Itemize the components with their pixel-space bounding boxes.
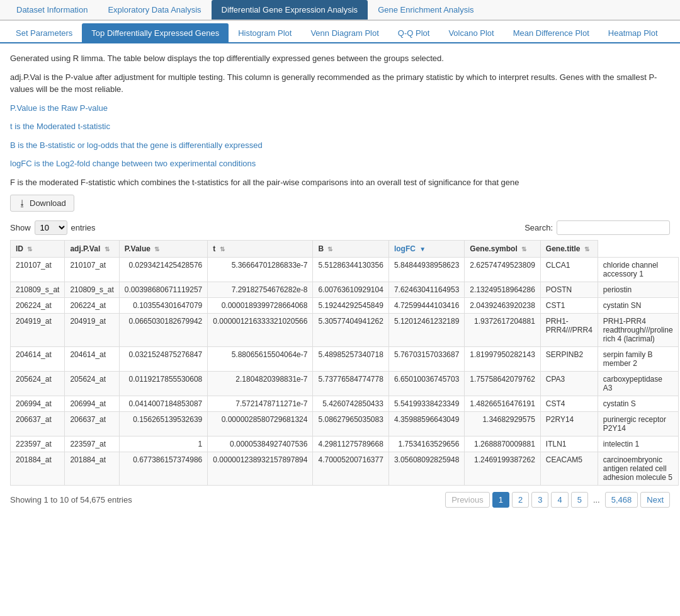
cell-logfc: 1.2688870009881 bbox=[465, 436, 540, 452]
cell-b: 5.54199338423349 bbox=[388, 396, 464, 412]
cell-rowlabel: 201884_at bbox=[11, 452, 65, 486]
cell-b: 6.65010036745703 bbox=[388, 372, 464, 396]
search-input[interactable] bbox=[557, 220, 670, 235]
table-row: 223597_at223597_at10.000053849274075364.… bbox=[11, 436, 679, 452]
cell-t: 4.70005200716377 bbox=[313, 452, 388, 486]
cell-id: 206637_at bbox=[65, 412, 119, 436]
cell-rowlabel: 206994_at bbox=[11, 396, 65, 412]
cell-b: 4.35988596643049 bbox=[388, 412, 464, 436]
prev-button[interactable]: Previous bbox=[445, 492, 490, 508]
top-nav-tab-differential-gene-expression-analysis[interactable]: Differential Gene Expression Analysis bbox=[212, 0, 368, 20]
cell-p_value: 2.1804820398831e-7 bbox=[208, 372, 313, 396]
cell-gene_symbol: P2RY14 bbox=[540, 412, 598, 436]
col-header-t[interactable]: t ⇅ bbox=[208, 241, 313, 258]
cell-b: 3.05608092825948 bbox=[388, 452, 464, 486]
sub-nav-tab-heatmap-plot[interactable]: Heatmap Plot bbox=[599, 23, 667, 42]
cell-b: 5.12012461232189 bbox=[388, 314, 464, 347]
cell-adj_p.val: 0.0665030182679942 bbox=[119, 314, 207, 347]
next-button[interactable]: Next bbox=[640, 492, 670, 508]
cell-logfc: 1.9372617204881 bbox=[465, 314, 540, 347]
cell-t: 5.4260742850433 bbox=[313, 396, 388, 412]
top-nav-tab-dataset-information[interactable]: Dataset Information bbox=[6, 0, 98, 20]
cell-logfc: 1.48266516476191 bbox=[465, 396, 540, 412]
sub-nav-tab-histogram-plot[interactable]: Histogram Plot bbox=[229, 23, 301, 42]
cell-id: 205624_at bbox=[65, 372, 119, 396]
cell-adj_p.val: 0.677386157374986 bbox=[119, 452, 207, 486]
page-5-button[interactable]: 5 bbox=[571, 492, 588, 508]
sort-icon-genetitle: ⇅ bbox=[584, 246, 589, 253]
sub-nav-tab-top-differentially-expressed-genes[interactable]: Top Differentially Expressed Genes bbox=[82, 23, 229, 42]
cell-p_value: 7.5721478711271e-7 bbox=[208, 396, 313, 412]
cell-adj_p.val: 0.0119217855530608 bbox=[119, 372, 207, 396]
show-label: Show bbox=[10, 223, 31, 232]
col-header-logfc[interactable]: logFC ▼ bbox=[388, 241, 464, 258]
pagination-info: Showing 1 to 10 of 54,675 entries bbox=[10, 495, 132, 505]
description-section: Generated using R limma. The table below… bbox=[10, 52, 670, 188]
sub-nav-tab-volcano-plot[interactable]: Volcano Plot bbox=[439, 23, 503, 42]
cell-gene_title: periostin bbox=[598, 282, 678, 298]
main-content: Generated using R limma. The table below… bbox=[0, 43, 680, 516]
cell-p_value: 0.000001238932157897894 bbox=[208, 452, 313, 486]
col-header-adjpval[interactable]: adj.P.Val ⇅ bbox=[65, 241, 119, 258]
gene-table: ID ⇅ adj.P.Val ⇅ P.Value ⇅ t ⇅ B ⇅ logFC… bbox=[10, 240, 679, 486]
table-row: 206637_at206637_at0.1562651395326390.000… bbox=[11, 412, 679, 436]
sort-icon-b: ⇅ bbox=[327, 246, 332, 253]
cell-adj_p.val: 0.0293421425428576 bbox=[119, 258, 207, 282]
cell-gene_title: carboxypeptidase A3 bbox=[598, 372, 678, 396]
col-header-genetitle[interactable]: Gene.title ⇅ bbox=[540, 241, 598, 258]
page-2-button[interactable]: 2 bbox=[512, 492, 529, 508]
sort-icon-pvalue: ⇅ bbox=[154, 246, 159, 253]
sort-icon-adjpval: ⇅ bbox=[105, 246, 110, 253]
cell-t: 5.08627965035083 bbox=[313, 412, 388, 436]
cell-p_value: 0.00005384927407536 bbox=[208, 436, 313, 452]
download-icon: ⭳ bbox=[18, 198, 26, 208]
table-controls: Show 102550100 entries Search: bbox=[10, 220, 670, 235]
table-row: 210107_at210107_at0.02934214254285765.36… bbox=[11, 258, 679, 282]
desc-line2: adj.P.Val is the P-value after adjustmen… bbox=[10, 71, 670, 96]
cell-logfc: 2.04392463920238 bbox=[465, 298, 540, 314]
col-header-genesymbol[interactable]: Gene.symbol ⇅ bbox=[465, 241, 540, 258]
col-header-b[interactable]: B ⇅ bbox=[313, 241, 388, 258]
cell-id: 204919_at bbox=[65, 314, 119, 347]
col-header-pvalue[interactable]: P.Value ⇅ bbox=[119, 241, 207, 258]
table-row: 205624_at205624_at0.01192178555306082.18… bbox=[11, 372, 679, 396]
desc-line3: P.Value is the Raw P-value bbox=[10, 102, 670, 115]
cell-p_value: 0.000001216333321020566 bbox=[208, 314, 313, 347]
cell-logfc: 2.13249518964286 bbox=[465, 282, 540, 298]
sub-nav-tab-mean-difference-plot[interactable]: Mean Difference Plot bbox=[504, 23, 599, 42]
desc-line1: Generated using R limma. The table below… bbox=[10, 52, 670, 65]
top-nav-tab-exploratory-data-analysis[interactable]: Exploratory Data Analysis bbox=[98, 0, 211, 20]
sub-nav-tab-venn-diagram-plot[interactable]: Venn Diagram Plot bbox=[301, 23, 388, 42]
show-entries-control: Show 102550100 entries bbox=[10, 220, 96, 235]
cell-rowlabel: 204614_at bbox=[11, 347, 65, 372]
cell-t: 5.30577404941262 bbox=[313, 314, 388, 347]
desc-line4: t is the Moderated t-statistic bbox=[10, 120, 670, 133]
sub-nav-tab-q-q-plot[interactable]: Q-Q Plot bbox=[388, 23, 439, 42]
cell-t: 5.51286344130356 bbox=[313, 258, 388, 282]
download-label: Download bbox=[30, 198, 66, 208]
cell-gene_symbol: CST1 bbox=[540, 298, 598, 314]
cell-rowlabel: 210107_at bbox=[11, 258, 65, 282]
cell-gene_title: cystatin S bbox=[598, 396, 678, 412]
entries-select[interactable]: 102550100 bbox=[35, 220, 67, 235]
cell-adj_p.val: 0.103554301647079 bbox=[119, 298, 207, 314]
cell-id: 204614_at bbox=[65, 347, 119, 372]
pagination-section: Showing 1 to 10 of 54,675 entries Previo… bbox=[10, 492, 670, 508]
page-last-button[interactable]: 5,468 bbox=[605, 492, 638, 508]
top-nav-tab-gene-enrichment-analysis[interactable]: Gene Enrichment Analysis bbox=[368, 0, 484, 20]
cell-gene_title: intelectin 1 bbox=[598, 436, 678, 452]
cell-id: 206224_at bbox=[65, 298, 119, 314]
page-4-button[interactable]: 4 bbox=[551, 492, 568, 508]
page-1-button[interactable]: 1 bbox=[492, 492, 509, 508]
cell-logfc: 1.34682929575 bbox=[465, 412, 540, 436]
cell-rowlabel: 206637_at bbox=[11, 412, 65, 436]
cell-logfc: 2.62574749523809 bbox=[465, 258, 540, 282]
cell-logfc: 1.2469199387262 bbox=[465, 452, 540, 486]
col-header-id[interactable]: ID ⇅ bbox=[11, 241, 65, 258]
sub-nav-tab-set-parameters[interactable]: Set Parameters bbox=[6, 23, 82, 42]
download-button[interactable]: ⭳ Download bbox=[10, 195, 74, 212]
cell-t: 4.29811275789668 bbox=[313, 436, 388, 452]
cell-rowlabel: 206224_at bbox=[11, 298, 65, 314]
page-3-button[interactable]: 3 bbox=[531, 492, 548, 508]
table-row: 204614_at204614_at0.03215248752768475.88… bbox=[11, 347, 679, 372]
